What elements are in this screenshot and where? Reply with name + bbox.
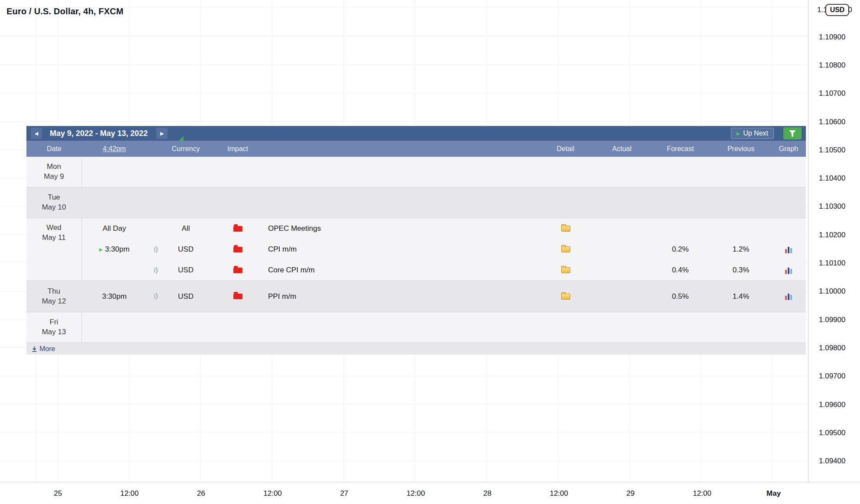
column-header-impact: Impact (207, 145, 268, 153)
day-row-thu-may-12: Thu May 12 3:30pm USD (26, 281, 806, 312)
time-label: 27 (308, 489, 380, 498)
column-header-actual: Actual (594, 145, 650, 153)
speaker-icon (152, 293, 159, 300)
time-label: 12:00 (237, 489, 308, 498)
impact-high-icon (233, 247, 242, 252)
up-next-button[interactable]: ▶ Up Next (731, 128, 774, 139)
price-axis-top-row: 1.1 USD 0 (817, 4, 852, 16)
up-next-play-icon: ▶ (99, 247, 103, 252)
graph-icon[interactable] (785, 267, 792, 274)
day-events (82, 312, 806, 342)
column-header-forecast: Forecast (650, 145, 711, 153)
calendar-header-bar: ◀ May 9, 2022 - May 13, 2022 ▶ ▶ Up Next (26, 126, 806, 141)
price-axis[interactable]: 1.1 USD 0 1.109001.108001.107001.106001.… (808, 0, 860, 482)
day-date: May 10 (42, 203, 66, 213)
day-date-cell: Mon May 9 (26, 157, 82, 187)
event-row-cpi[interactable]: ▶ 3:30pm USD CPI m/m (82, 239, 806, 260)
currency-toggle-button[interactable]: USD (825, 4, 850, 16)
event-time: All Day (82, 224, 147, 233)
more-button[interactable]: More (32, 345, 55, 353)
event-row-ppi[interactable]: 3:30pm USD PPI m/m 0.5% (82, 281, 806, 312)
price-label: 1.10300 (808, 193, 860, 221)
price-label-list: 1.109001.108001.107001.106001.105001.104… (808, 23, 860, 475)
price-label: 1.09500 (808, 419, 860, 447)
detail-folder-icon[interactable] (561, 294, 570, 300)
time-axis[interactable]: 2512:002612:002712:002812:002912:00May (0, 482, 860, 504)
day-name: Mon (47, 162, 61, 172)
day-events: All Day All OPEC Meetings (82, 218, 806, 281)
day-date: May 13 (42, 327, 66, 337)
impact-high-icon (233, 226, 242, 232)
day-row-wed-may-11: Wed May 11 All Day All OPEC Meetings (26, 218, 806, 281)
time-label-list: 2512:002612:002712:002812:002912:00May (22, 482, 809, 504)
detail-folder-icon[interactable] (561, 246, 570, 252)
calendar-column-headers: Date 4:42pm Currency Impact Detail Actua… (26, 141, 806, 157)
day-name: Wed (46, 223, 61, 233)
column-header-graph: Graph (771, 145, 806, 153)
day-name: Thu (48, 287, 60, 297)
price-label: 1.10900 (808, 23, 860, 51)
green-corner-marker-icon (179, 136, 184, 141)
calendar-next-week-button[interactable]: ▶ (156, 128, 168, 139)
price-label-partial-right: 0 (848, 6, 852, 14)
current-time-link[interactable]: 4:42pm (103, 145, 126, 152)
day-events: 3:30pm USD PPI m/m 0.5% (82, 281, 806, 312)
price-label: 1.10700 (808, 80, 860, 108)
impact-high-icon (233, 268, 242, 273)
event-currency: USD (164, 245, 207, 254)
day-row-fri-may-13: Fri May 13 (26, 312, 806, 342)
graph-icon[interactable] (785, 293, 792, 300)
day-date-cell: Wed May 11 (26, 218, 82, 281)
event-time: 3:30pm (82, 292, 147, 301)
speaker-icon (152, 246, 159, 253)
calendar-date-range: May 9, 2022 - May 13, 2022 (50, 129, 148, 138)
price-label: 1.09900 (808, 306, 860, 334)
time-label: 29 (595, 489, 666, 498)
calendar-prev-week-button[interactable]: ◀ (31, 128, 42, 139)
time-label: 12:00 (666, 489, 738, 498)
day-name: Fri (50, 317, 58, 327)
event-previous: 0.3% (711, 266, 771, 275)
impact-high-icon (233, 294, 242, 299)
day-name: Tue (48, 193, 60, 203)
filter-funnel-icon (789, 130, 796, 137)
up-next-label: Up Next (743, 129, 768, 137)
event-currency: USD (164, 292, 207, 301)
price-label: 1.09700 (808, 362, 860, 391)
graph-icon[interactable] (785, 246, 792, 253)
event-name: CPI m/m (268, 245, 537, 254)
price-label: 1.10800 (808, 51, 860, 79)
price-label: 1.09600 (808, 391, 860, 419)
column-header-currency: Currency (164, 145, 207, 153)
time-label: 12:00 (523, 489, 595, 498)
day-events (82, 157, 806, 187)
day-date-cell: Fri May 13 (26, 312, 82, 342)
price-label: 1.10200 (808, 221, 860, 249)
event-row-core-cpi[interactable]: USD Core CPI m/m 0.4% 0.3% (82, 260, 806, 281)
event-row-opec-meetings[interactable]: All Day All OPEC Meetings (82, 218, 806, 239)
event-previous: 1.4% (711, 292, 771, 301)
detail-folder-icon[interactable] (561, 267, 570, 273)
column-header-previous: Previous (711, 145, 771, 153)
calendar-body: Mon May 9 Tue May 10 Wed May 11 (26, 157, 806, 355)
event-currency: USD (164, 266, 207, 275)
detail-folder-icon[interactable] (561, 226, 570, 232)
trading-platform-screen: Euro / U.S. Dollar, 4h, FXCM 1.1 USD 0 1… (0, 0, 860, 504)
day-events (82, 187, 806, 218)
price-label: 1.10600 (808, 108, 860, 136)
price-label: 1.09400 (808, 447, 860, 475)
time-label: 25 (22, 489, 94, 498)
download-arrow-icon (32, 346, 37, 352)
price-label: 1.10000 (808, 278, 860, 306)
event-forecast: 0.4% (650, 266, 711, 275)
price-label: 1.09800 (808, 334, 860, 362)
speaker-icon (152, 267, 159, 274)
day-row-tue-may-10: Tue May 10 (26, 187, 806, 218)
filter-button[interactable] (783, 127, 802, 139)
column-header-date: Date (26, 145, 82, 153)
day-date: May 12 (42, 297, 66, 307)
event-previous: 1.2% (711, 245, 771, 254)
day-date: May 9 (44, 172, 64, 182)
chart-symbol-title[interactable]: Euro / U.S. Dollar, 4h, FXCM (6, 6, 123, 16)
time-label: 12:00 (94, 489, 165, 498)
